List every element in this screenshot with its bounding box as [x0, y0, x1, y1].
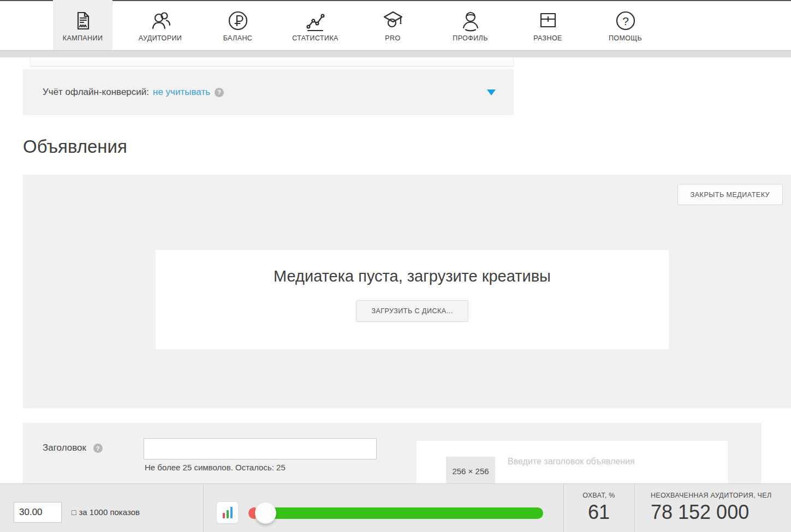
title-char-limit-hint: Не более 25 символов. Осталось: 25 [145, 463, 286, 472]
reach-cell: ОХВАТ, % 61 [563, 484, 634, 532]
title-input[interactable] [144, 438, 377, 459]
footer-divider [203, 484, 204, 532]
nav-item-balance[interactable]: БАЛАНС [208, 0, 267, 50]
reach-value: 61 [563, 501, 634, 524]
nav-item-audiences[interactable]: АУДИТОРИИ [130, 0, 190, 50]
document-icon [71, 8, 95, 33]
page: КАМПАНИИ АУДИТОРИИ [0, 0, 791, 532]
price-unit-label: □за 1000 показов [72, 507, 140, 517]
nav-label: ПРОФИЛЬ [453, 34, 487, 42]
line-chart-icon [304, 8, 328, 33]
offline-conversions-label: Учёт офлайн-конверсий: [43, 87, 149, 98]
nav-items: КАМПАНИИ АУДИТОРИИ [53, 0, 655, 50]
coverage-chart-toggle-button[interactable] [216, 501, 239, 524]
ruble-circle-icon [226, 8, 250, 33]
offline-conversions-value-link[interactable]: не учитывать [153, 87, 210, 98]
box-icon [536, 8, 560, 33]
missing-currency-glyph: □ [72, 508, 76, 517]
nav-label: БАЛАНС [223, 34, 253, 42]
image-size-label: 256 × 256 [446, 467, 495, 476]
preview-title-placeholder: Введите заголовок объявления [508, 457, 635, 467]
ads-section-heading: Объявления [23, 136, 127, 157]
question-circle-icon: ? [614, 8, 638, 33]
slider-handle[interactable] [255, 503, 276, 524]
media-library-empty-message: Медиатека пуста, загрузите креативы [156, 267, 669, 285]
unreached-audience-label: НЕОХВАЧЕННАЯ АУДИТОРИЯ, ЧЕЛ [651, 492, 791, 499]
svg-text:?: ? [622, 14, 629, 27]
title-field-label: Заголовок ? [43, 443, 103, 453]
price-input[interactable] [14, 502, 62, 523]
nav-label: СТАТИСТИКА [292, 34, 338, 42]
bar-chart-icon [223, 513, 225, 518]
collapse-arrow-icon[interactable] [487, 89, 496, 95]
nav-label: КАМПАНИИ [63, 34, 103, 42]
nav-label: ПОМОЩЬ [609, 34, 642, 42]
footer-divider [634, 484, 635, 532]
media-library-empty-box: Медиатека пуста, загрузите креативы ЗАГР… [156, 250, 669, 349]
nav-item-profile[interactable]: ПРОФИЛЬ [441, 0, 500, 50]
nav-item-help[interactable]: ? ПОМОЩЬ [596, 0, 655, 50]
nav-item-statistics[interactable]: СТАТИСТИКА [286, 0, 345, 50]
price-unit-text: за 1000 показов [79, 507, 139, 517]
media-library-panel: ЗАКРЫТЬ МЕДИАТЕКУ Медиатека пуста, загру… [23, 175, 791, 408]
unreached-audience-cell: НЕОХВАЧЕННАЯ АУДИТОРИЯ, ЧЕЛ 78 152 000 [651, 484, 791, 532]
price-coverage-slider-track[interactable] [248, 507, 543, 519]
reach-label: ОХВАТ, % [563, 492, 634, 499]
nav-item-campaigns[interactable]: КАМПАНИИ [53, 0, 112, 50]
help-icon[interactable]: ? [93, 444, 103, 453]
unreached-audience-value: 78 152 000 [651, 501, 791, 524]
upload-from-disk-button[interactable]: ЗАГРУЗИТЬ С ДИСКА... [356, 300, 468, 322]
people-icon [148, 8, 173, 33]
nav-shadow-strip [0, 50, 791, 57]
graduation-cap-icon [381, 8, 405, 33]
person-icon [459, 8, 483, 33]
nav-label: РАЗНОЕ [533, 34, 562, 42]
nav-item-pro[interactable]: PRO [363, 0, 423, 50]
top-navigation: КАМПАНИИ АУДИТОРИИ [0, 0, 791, 50]
help-icon[interactable]: ? [215, 88, 224, 97]
offline-conversions-panel: Учёт офлайн-конверсий: не учитывать ? [23, 69, 514, 115]
title-label-text: Заголовок [43, 443, 86, 453]
nav-label: АУДИТОРИИ [139, 34, 182, 42]
previous-panel-edge [30, 57, 514, 67]
nav-item-misc[interactable]: РАЗНОЕ [518, 0, 578, 50]
nav-label: PRO [385, 34, 400, 42]
close-media-library-button[interactable]: ЗАКРЫТЬ МЕДИАТЕКУ [677, 184, 783, 205]
bid-footer-bar: □за 1000 показов ОХВАТ, % 61 НЕОХВАЧЕННА… [0, 483, 791, 532]
